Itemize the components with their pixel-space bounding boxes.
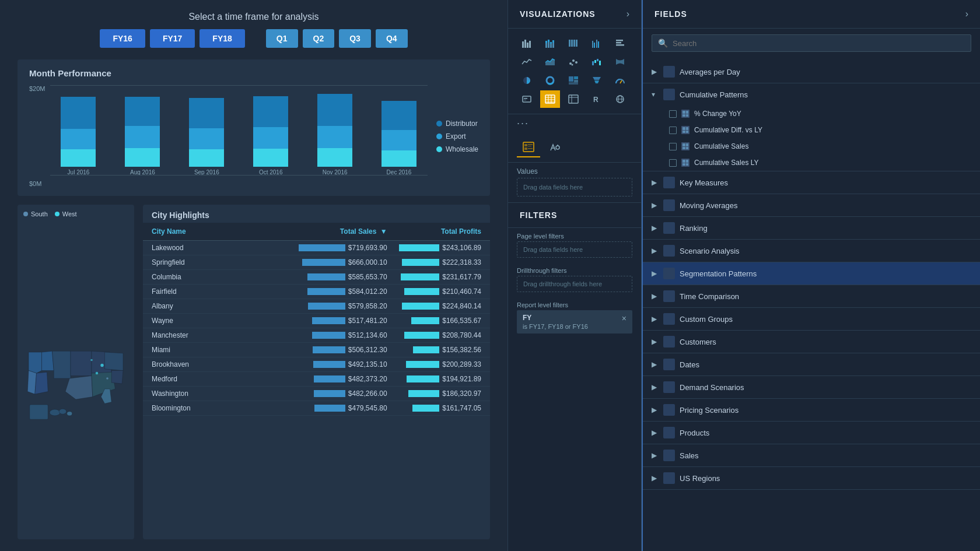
map-dot-west	[55, 212, 60, 216]
svg-rect-25	[594, 43, 595, 48]
cell-sales: $719,693.90	[293, 244, 387, 252]
viz-funnel[interactable]	[587, 72, 607, 89]
viz-100-stacked[interactable]	[564, 34, 583, 52]
viz-matrix[interactable]	[564, 90, 583, 108]
bottom-panels: South West	[18, 205, 490, 539]
fy-filter-chip[interactable]: FY is FY17, FY18 or FY16 ×	[517, 310, 632, 334]
field-group-header-2[interactable]: ▶ Key Measures	[643, 171, 980, 194]
viz-card[interactable]	[517, 90, 537, 108]
viz-format-icon[interactable]	[542, 137, 566, 157]
viz-horizontal-bar[interactable]	[610, 34, 630, 52]
field-group-header-14[interactable]: ▶ Sales	[643, 444, 980, 466]
viz-treemap[interactable]	[564, 72, 583, 89]
bar-top	[61, 97, 96, 129]
svg-rect-50	[523, 96, 531, 102]
fields-search-box[interactable]: 🔍	[652, 34, 971, 52]
svg-marker-48	[594, 80, 599, 83]
stacked-bar-aug	[125, 97, 160, 167]
svg-point-7	[90, 359, 93, 362]
field-group-header-13[interactable]: ▶ Products	[643, 422, 980, 444]
viz-pie[interactable]	[517, 72, 537, 89]
q4-button[interactable]: Q4	[376, 29, 408, 48]
field-group-header-3[interactable]: ▶ Moving Averages	[643, 194, 980, 216]
field-group-header-9[interactable]: ▶ Customers	[643, 331, 980, 353]
svg-rect-51	[524, 98, 527, 99]
svg-text:R: R	[593, 96, 598, 104]
cell-profits: $166,535.67	[387, 317, 481, 325]
field-checkbox-1-0[interactable]	[669, 110, 677, 118]
field-item-1-0[interactable]: % Change YoY	[643, 106, 980, 122]
field-group-header-6[interactable]: ▶ Segmentation Patterns	[643, 262, 980, 285]
bar-bot	[61, 149, 96, 167]
field-item-1-2[interactable]: Cumulative Sales	[643, 138, 980, 155]
fields-list: ▶ Averages per Day ▾ Cumulative Patterns…	[643, 58, 980, 551]
svg-point-35	[572, 64, 573, 66]
filter-chip-close[interactable]: ×	[622, 314, 626, 323]
field-checkbox-1-1[interactable]	[669, 127, 677, 134]
bar-mid	[61, 129, 96, 149]
fields-title: FIELDS	[654, 9, 687, 19]
field-group-4: ▶ Ranking	[643, 217, 980, 240]
field-group-2: ▶ Key Measures	[643, 171, 980, 194]
field-group-header-4[interactable]: ▶ Ranking	[643, 217, 980, 239]
svg-point-6	[106, 377, 108, 380]
q1-button[interactable]: Q1	[266, 29, 298, 48]
bar-top	[317, 94, 352, 126]
cell-profits: $186,320.97	[387, 389, 481, 398]
viz-ribbon[interactable]	[610, 53, 630, 71]
viz-bar-chart[interactable]	[517, 34, 537, 52]
viz-r-visual[interactable]: R	[587, 90, 607, 108]
field-table-icon-9	[663, 336, 675, 348]
viz-waterfall[interactable]	[587, 53, 607, 71]
field-group-header-12[interactable]: ▶ Pricing Scenarios	[643, 399, 980, 421]
drillthrough-drop[interactable]: Drag drillthrough fields here	[517, 276, 632, 292]
viz-donut[interactable]	[540, 72, 560, 89]
viz-fields-icon[interactable]	[517, 137, 540, 157]
field-table-icon-3	[663, 199, 675, 211]
values-drop-zone[interactable]: Drag data fields here	[517, 178, 632, 196]
viz-area-chart[interactable]	[540, 53, 560, 71]
search-input[interactable]	[673, 39, 965, 48]
svg-rect-15	[548, 40, 550, 42]
fy18-button[interactable]: FY18	[200, 29, 244, 48]
field-checkbox-1-3[interactable]	[669, 159, 677, 167]
viz-clustered-bar[interactable]	[587, 34, 607, 52]
svg-rect-11	[529, 41, 531, 48]
svg-rect-68	[528, 144, 533, 145]
viz-globe[interactable]	[610, 90, 630, 108]
viz-table[interactable]	[540, 90, 560, 108]
q3-button[interactable]: Q3	[339, 29, 371, 48]
more-options[interactable]: ···	[508, 114, 641, 132]
field-item-1-1[interactable]: Cumulative Diff. vs LY	[643, 122, 980, 138]
field-group-header-1[interactable]: ▾ Cumulative Patterns	[643, 83, 980, 106]
field-group-header-15[interactable]: ▶ US Regions	[643, 467, 980, 489]
field-checkbox-1-2[interactable]	[669, 143, 677, 150]
viz-stacked-bar[interactable]	[540, 34, 560, 52]
fields-expand-icon[interactable]: ›	[965, 9, 968, 19]
legend-label-export: Export	[446, 132, 466, 141]
field-group-header-0[interactable]: ▶ Averages per Day	[643, 61, 980, 83]
field-group-header-8[interactable]: ▶ Custom Groups	[643, 308, 980, 330]
field-group-header-11[interactable]: ▶ Demand Scenarios	[643, 376, 980, 398]
page-filters-drop[interactable]: Drag data fields here	[517, 241, 632, 258]
viz-gauge[interactable]	[610, 72, 630, 89]
viz-line-chart[interactable]	[517, 53, 537, 71]
visualizations-expand-icon[interactable]: ›	[626, 9, 629, 19]
cell-profits: $231,617.79	[387, 273, 481, 281]
svg-rect-67	[524, 144, 527, 146]
viz-scatter[interactable]	[564, 53, 583, 71]
legend-dot-distributor	[436, 121, 442, 127]
field-item-1-3[interactable]: Cumulative Sales LY	[643, 155, 980, 171]
field-group-header-10[interactable]: ▶ Dates	[643, 353, 980, 375]
stacked-bar-jul	[61, 97, 96, 167]
cell-profits: $243,106.89	[387, 244, 481, 252]
field-group-header-5[interactable]: ▶ Scenario Analysis	[643, 240, 980, 262]
svg-rect-0	[30, 405, 48, 419]
field-group-header-7[interactable]: ▶ Time Comparison	[643, 285, 980, 307]
cell-sales: $482,373.20	[293, 375, 387, 383]
field-group-5: ▶ Scenario Analysis	[643, 240, 980, 262]
q2-button[interactable]: Q2	[303, 29, 335, 48]
fy16-button[interactable]: FY16	[100, 29, 145, 48]
expand-arrow-3: ▶	[652, 201, 659, 209]
fy17-button[interactable]: FY17	[150, 29, 195, 48]
